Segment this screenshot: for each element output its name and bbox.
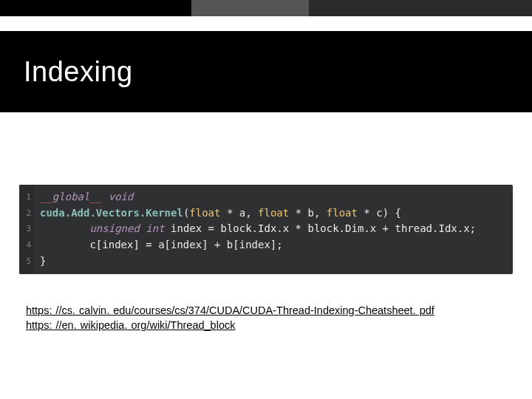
gutter-line: 4 [21,237,31,253]
links-area: https: //cs. calvin. edu/courses/cs/374/… [26,303,434,333]
link-wikipedia[interactable]: https: //en. wikipedia. org/wiki/Thread_… [26,319,235,331]
link-row: https: //en. wikipedia. org/wiki/Thread_… [26,318,434,332]
code-text: index = block.Idx.x * block.Dim.x + thre… [165,222,476,234]
code-text: * a, [220,207,258,219]
title-bar: Indexing [0,31,532,112]
code-keyword: void [109,191,134,202]
slide: Indexing 1 2 3 4 5 __global__ void cuda.… [0,0,532,399]
gutter-line: 3 [21,221,31,237]
gutter-line: 2 [21,205,31,222]
code-type: float [258,207,289,219]
code-block: 1 2 3 4 5 __global__ void cuda.Add.Vecto… [19,185,513,274]
code-type: unsigned int [89,222,164,234]
link-cheatsheet[interactable]: https: //cs. calvin. edu/courses/cs/374/… [26,304,434,316]
gutter-line: 1 [21,189,31,205]
code-type: float [189,207,220,219]
slide-title: Indexing [24,56,133,88]
code-content: __global__ void cuda.Add.Vectors.Kernel(… [34,185,513,274]
code-text: * b, [289,207,327,219]
code-fn: cuda.Add.Vectors.Kernel [40,207,183,219]
code-text: c[index] = a[index] + b[index]; [40,239,283,250]
code-text: } [40,255,46,267]
gutter-line: 5 [21,253,31,270]
link-row: https: //cs. calvin. edu/courses/cs/374/… [26,303,434,318]
code-keyword: global [52,191,90,202]
top-stripe [0,0,532,16]
code-text: * c) { [358,207,401,219]
code-gutter: 1 2 3 4 5 [19,185,34,274]
code-type: float [327,207,358,219]
